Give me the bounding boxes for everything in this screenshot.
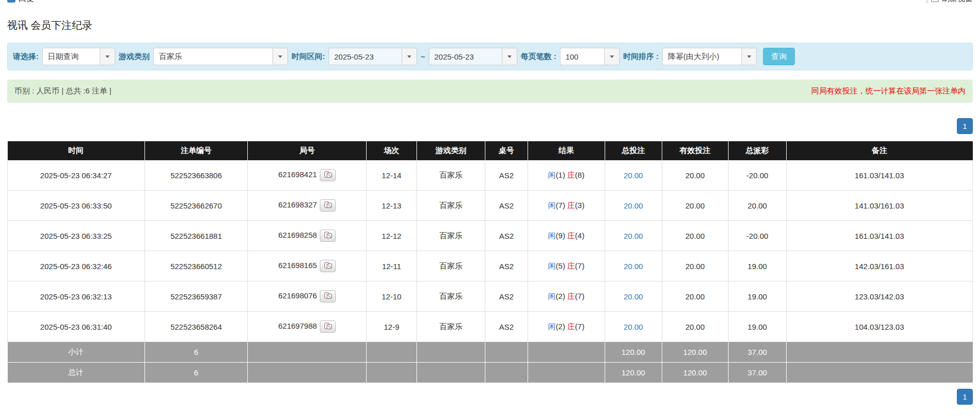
query-type-dropdown[interactable] bbox=[42, 48, 115, 65]
result-banker-score: (4) bbox=[575, 231, 584, 240]
game-type-caret-button[interactable] bbox=[273, 48, 288, 65]
total-bet-link[interactable]: 20.00 bbox=[624, 323, 643, 331]
round-result-button[interactable] bbox=[320, 169, 336, 181]
result-banker: 庄 bbox=[567, 201, 575, 210]
cell-game-type: 百家乐 bbox=[416, 281, 485, 312]
round-result-button[interactable] bbox=[320, 320, 336, 333]
page-1-button[interactable]: 1 bbox=[957, 389, 973, 405]
result-banker-score: (7) bbox=[575, 322, 584, 331]
subtotal-count: 6 bbox=[144, 342, 248, 363]
date-from-caret-button[interactable] bbox=[402, 48, 417, 65]
total-bet-link[interactable]: 20.00 bbox=[624, 201, 643, 210]
total-payout: 37.00 bbox=[729, 363, 787, 383]
col-header-payout: 总派彩 bbox=[729, 141, 787, 160]
page-size-value[interactable] bbox=[560, 48, 604, 65]
table-row: 2025-05-23 06:33:25 522523661881 6216982… bbox=[8, 221, 973, 251]
date-to-dropdown[interactable] bbox=[429, 48, 517, 65]
round-result-button[interactable] bbox=[320, 230, 336, 242]
topbar-left-label: 回复 bbox=[19, 0, 34, 4]
cell-total-bet: 20.00 bbox=[605, 191, 662, 221]
cell-bet-id: 522523662670 bbox=[144, 191, 248, 221]
sort-caret-button[interactable] bbox=[741, 48, 757, 65]
cell-time: 2025-05-23 06:32:46 bbox=[8, 251, 145, 281]
cell-bet-id: 522523659387 bbox=[144, 281, 248, 312]
subtotal-label: 小计 bbox=[8, 342, 145, 363]
query-type-value[interactable] bbox=[42, 48, 100, 65]
subtotal-payout: 37.00 bbox=[729, 342, 787, 363]
sort-dropdown[interactable] bbox=[662, 48, 757, 65]
date-from-dropdown[interactable] bbox=[329, 48, 417, 65]
cell-game-type: 百家乐 bbox=[416, 312, 485, 342]
topbar-left-menu[interactable]: 回复 bbox=[7, 0, 41, 4]
game-type-value[interactable] bbox=[153, 48, 273, 65]
cell-result: 闲(2) 庄(7) bbox=[528, 312, 605, 342]
col-header-round: 局号 bbox=[248, 141, 367, 160]
dice-cards-icon bbox=[324, 323, 332, 330]
total-bet-link[interactable]: 20.00 bbox=[624, 292, 643, 301]
pagination-top: 1 bbox=[7, 118, 973, 134]
round-id: 621698258 bbox=[278, 231, 317, 239]
cell-remark: 161.03/141.03 bbox=[786, 160, 972, 191]
cell-time: 2025-05-23 06:33:25 bbox=[8, 221, 145, 251]
round-result-button[interactable] bbox=[320, 199, 336, 212]
col-header-table-no: 桌号 bbox=[485, 141, 528, 160]
cell-time: 2025-05-23 06:34:27 bbox=[8, 160, 145, 191]
query-type-caret-button[interactable] bbox=[100, 48, 115, 65]
date-to-input[interactable] bbox=[429, 48, 502, 65]
cell-valid-bet: 20.00 bbox=[662, 281, 729, 312]
total-bet-link[interactable]: 20.00 bbox=[624, 262, 643, 271]
total-bet-link[interactable]: 20.00 bbox=[624, 232, 643, 240]
total-bet-link[interactable]: 20.00 bbox=[624, 171, 643, 180]
round-result-button[interactable] bbox=[320, 290, 336, 302]
page-root: 回复 | 刷新视窗 视讯 会员下注纪录 请选择: 游戏类别 时间区间: bbox=[0, 0, 980, 405]
game-type-dropdown[interactable] bbox=[153, 48, 288, 65]
page-size-caret-button[interactable] bbox=[604, 48, 620, 65]
page-size-label: 每页笔数 : bbox=[521, 52, 556, 62]
page-size-dropdown[interactable] bbox=[560, 48, 620, 65]
total-count: 6 bbox=[144, 363, 248, 383]
cell-table-no: AS2 bbox=[485, 160, 528, 191]
range-separator: ~ bbox=[421, 52, 425, 61]
cell-result: 闲(9) 庄(4) bbox=[528, 221, 605, 251]
round-id: 621698165 bbox=[278, 261, 317, 270]
cell-payout: 19.00 bbox=[729, 251, 787, 281]
search-button[interactable]: 查询 bbox=[763, 48, 795, 65]
result-banker-score: (7) bbox=[575, 292, 584, 300]
cell-bet-id: 522523663806 bbox=[144, 160, 248, 191]
cell-total-bet: 20.00 bbox=[605, 312, 662, 342]
page-1-button[interactable]: 1 bbox=[957, 118, 973, 134]
cell-round: 621697988 bbox=[248, 312, 367, 342]
cell-result: 闲(2) 庄(7) bbox=[528, 281, 605, 312]
dice-cards-icon bbox=[324, 232, 332, 239]
cell-table-no: AS2 bbox=[485, 221, 528, 251]
total-row: 总计 6 120.00 120.00 37.00 bbox=[8, 363, 973, 383]
cell-game-type: 百家乐 bbox=[416, 160, 485, 191]
date-from-input[interactable] bbox=[329, 48, 402, 65]
date-to-caret-button[interactable] bbox=[502, 48, 517, 65]
col-header-remark: 备注 bbox=[786, 141, 972, 160]
page-title: 视讯 会员下注纪录 bbox=[7, 18, 973, 32]
table-row: 2025-05-23 06:31:40 522523658264 6216979… bbox=[8, 312, 973, 342]
topbar-separator: | bbox=[926, 0, 928, 3]
result-player: 闲 bbox=[548, 322, 556, 331]
round-id: 621698327 bbox=[278, 200, 317, 209]
sort-value[interactable] bbox=[662, 48, 741, 65]
dice-cards-icon bbox=[324, 292, 332, 299]
summary-bar: 币别 : 人民币 | 总共 :6 注单 | 同局有效投注，统一计算在该局第一张注… bbox=[7, 80, 973, 103]
cell-round: 621698327 bbox=[248, 191, 367, 221]
subtotal-row: 小计 6 120.00 120.00 37.00 bbox=[8, 342, 973, 363]
window-icon bbox=[931, 0, 939, 2]
dice-cards-icon bbox=[324, 171, 332, 178]
result-player: 闲 bbox=[548, 231, 556, 240]
round-result-button[interactable] bbox=[320, 260, 336, 272]
pagination-bottom: 1 bbox=[7, 389, 973, 405]
topbar-right-menu[interactable]: | 刷新视窗 bbox=[926, 0, 973, 4]
bet-records-table: 时间 注单编号 局号 场次 游戏类别 桌号 结果 总投注 有效投注 总派彩 备注… bbox=[7, 141, 973, 383]
cell-game-type: 百家乐 bbox=[416, 251, 485, 281]
cell-table-no: AS2 bbox=[485, 281, 528, 312]
total-label: 总计 bbox=[8, 363, 145, 383]
cell-remark: 142.03/161.03 bbox=[786, 251, 972, 281]
cell-session: 12-11 bbox=[367, 251, 417, 281]
cell-result: 闲(7) 庄(3) bbox=[528, 191, 605, 221]
col-header-time: 时间 bbox=[8, 141, 145, 160]
